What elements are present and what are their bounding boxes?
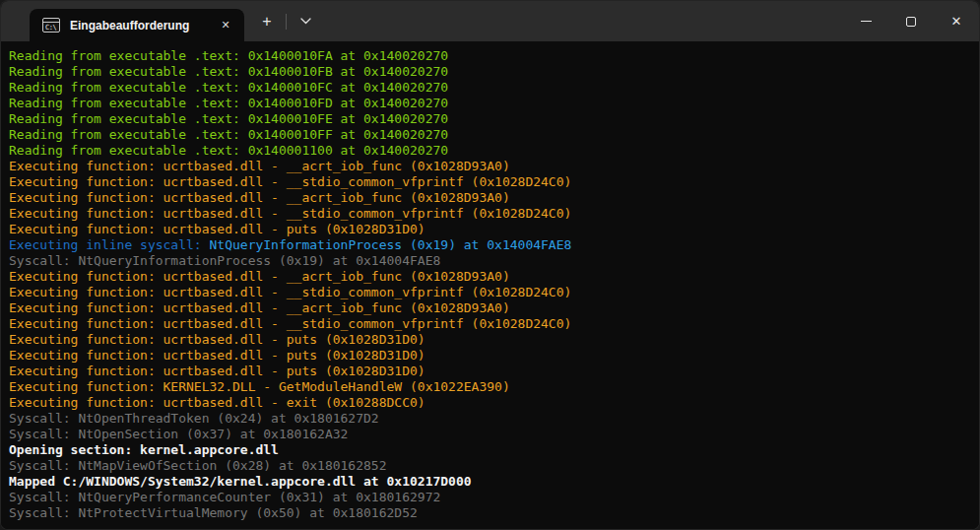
tab-close-button[interactable]: ✕ [213,14,238,37]
terminal-line: Executing function: ucrtbased.dll - __ac… [9,269,971,285]
cmd-prompt-icon: C:\ [42,18,60,33]
cmd-icon-glyph: C:\ [45,23,56,33]
maximize-icon [906,17,916,27]
terminal-line: Reading from executable .text: 0x1400010… [9,127,971,143]
tab-title: Eingabeaufforderung [70,19,213,33]
window-close-button[interactable]: ✕ [934,1,979,41]
close-icon: ✕ [951,14,962,29]
tab-dropdown-button[interactable] [291,8,320,35]
terminal-line: Syscall: NtProtectVirtualMemory (0x50) a… [9,505,971,521]
terminal-line: Executing inline syscall: NtQueryInforma… [9,237,971,253]
terminal-line: Executing function: ucrtbased.dll - puts… [9,348,971,364]
chevron-down-icon [300,18,311,25]
terminal-line: Executing function: ucrtbased.dll - puts… [9,364,971,379]
plus-icon: + [262,13,271,31]
terminal-line: Syscall: NtQueryInformationProcess (0x19… [9,253,971,269]
terminal-line: Executing function: ucrtbased.dll - __ac… [9,300,971,316]
terminal-line: Executing function: ucrtbased.dll - exit… [9,395,971,411]
new-tab-button[interactable]: + [252,8,282,35]
tab-bar-divider [286,14,287,30]
terminal-line: Reading from executable .text: 0x1400010… [9,96,971,111]
terminal-line: Executing function: ucrtbased.dll - __st… [9,174,971,190]
tab-eingabeaufforderung[interactable]: C:\ Eingabeaufforderung ✕ [30,9,244,41]
terminal-line: Syscall: NtMapViewOfSection (0x28) at 0x… [9,458,971,474]
maximize-button[interactable] [888,1,934,41]
terminal-line: Reading from executable .text: 0x1400010… [9,111,971,127]
terminal-line: Opening section: kernel.appcore.dll [9,442,971,458]
terminal-line: Syscall: NtQueryPerformanceCounter (0x31… [9,490,971,505]
terminal-line: Executing function: ucrtbased.dll - __st… [9,285,971,300]
terminal-line: Executing function: ucrtbased.dll - puts… [9,222,971,237]
terminal-line: Executing function: ucrtbased.dll - __st… [9,316,971,332]
terminal-line: Executing function: ucrtbased.dll - __st… [9,206,971,222]
terminal-line: Reading from executable .text: 0x1400011… [9,143,971,159]
terminal-line: Reading from executable .text: 0x1400010… [9,64,971,80]
terminal-line: Syscall: NtOpenSection (0x37) at 0x18016… [9,427,971,442]
terminal-line: Reading from executable .text: 0x1400010… [9,80,971,96]
terminal-output[interactable]: Reading from executable .text: 0x1400010… [1,41,979,529]
terminal-line: Syscall: NtOpenThreadToken (0x24) at 0x1… [9,411,971,427]
title-bar[interactable]: C:\ Eingabeaufforderung ✕ + ✕ [1,1,979,41]
minimize-icon [861,21,872,22]
terminal-line: Executing function: ucrtbased.dll - __ac… [9,159,971,174]
terminal-window: C:\ Eingabeaufforderung ✕ + ✕ Reading f [0,0,980,530]
terminal-line: Mapped C:/WINDOWS/System32/kernel.appcor… [9,474,971,490]
terminal-line: Reading from executable .text: 0x1400010… [9,48,971,64]
minimize-button[interactable] [843,1,888,41]
terminal-line: Executing function: ucrtbased.dll - __ac… [9,190,971,206]
terminal-line: Executing function: ucrtbased.dll - puts… [9,332,971,348]
terminal-line: Executing function: KERNEL32.DLL - GetMo… [9,379,971,395]
close-icon: ✕ [221,19,229,32]
